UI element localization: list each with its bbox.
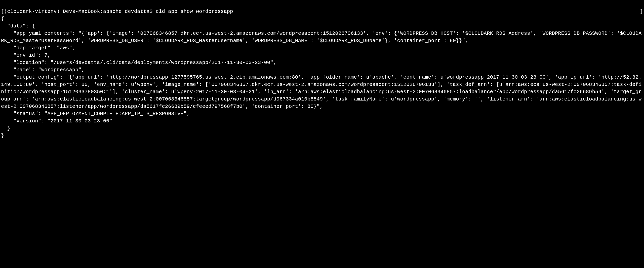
output-line: } <box>1 132 643 139</box>
prompt-virtualenv: (cloudark-virtenv) <box>4 9 63 14</box>
output-line: "dep_target": "aws", <box>1 44 643 52</box>
output-line: "env_id": 7, <box>1 52 643 59</box>
output-line: "name": "wordpressapp", <box>1 66 643 74</box>
prompt-open-bracket: [ <box>1 9 4 14</box>
output-line: "output_config": "{'app_url': 'http://wo… <box>1 74 643 110</box>
prompt-host-path: Devs-MacBook:apache devdatta$ <box>63 9 156 14</box>
output-line: "data": { <box>1 22 643 30</box>
output-line: "status": "APP_DEPLOYMENT_COMPLETE:APP_I… <box>1 110 643 117</box>
output-line: "location": "/Users/devdatta/.cld/data/d… <box>1 59 643 66</box>
output-line: { <box>1 15 643 22</box>
terminal-output: { "data": { "app_yaml_contents": "{'app'… <box>1 15 643 139</box>
output-line: "app_yaml_contents": "{'app': {'image': … <box>1 30 643 44</box>
prompt-close-bracket: ] <box>640 8 643 15</box>
output-line: "version": "2017-11-30-03-23-00" <box>1 117 643 125</box>
command-input[interactable]: cld app show wordpressapp <box>156 9 233 14</box>
terminal-window[interactable]: [(cloudark-virtenv) Devs-MacBook:apache … <box>1 1 643 147</box>
output-line: } <box>1 125 643 132</box>
